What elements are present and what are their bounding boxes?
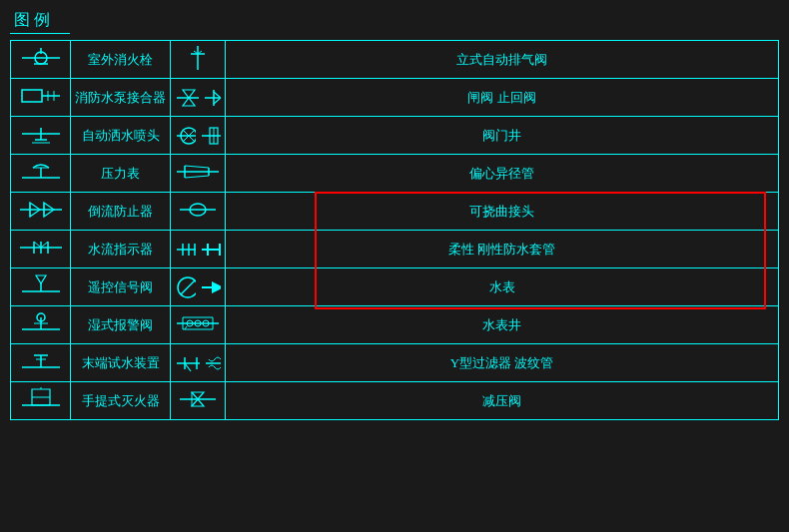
symbol-cell bbox=[11, 117, 71, 155]
table-row: 压力表 偏心异径管 bbox=[11, 155, 779, 193]
svg-line-58 bbox=[181, 280, 195, 294]
desc-cell: 闸阀 止回阀 bbox=[226, 79, 779, 117]
water-meter-arrow-icon bbox=[200, 273, 221, 301]
icon-cell bbox=[171, 344, 226, 382]
name-cell: 手提式灭火器 bbox=[71, 382, 171, 420]
name-cell: 遥控信号阀 bbox=[71, 268, 171, 306]
name-cell: 末端试水装置 bbox=[71, 344, 171, 382]
butterfly-valve-icon bbox=[200, 122, 221, 150]
pressure-gauge-icon bbox=[18, 158, 64, 186]
name-cell: 水流指示器 bbox=[71, 231, 171, 268]
desc-cell: 水表 bbox=[226, 268, 779, 306]
symbol-cell bbox=[11, 79, 71, 117]
rigid-sleeve-icon bbox=[200, 236, 221, 264]
desc-cell: 偏心异径管 bbox=[226, 155, 779, 193]
sprinkler-icon bbox=[18, 120, 64, 148]
table-row: 室外消火栓 立式自动排气阀 bbox=[11, 41, 779, 79]
main-container: 图 例 室外消火栓 bbox=[0, 0, 789, 532]
flex-sleeve-icon bbox=[175, 236, 196, 264]
symbol-cell bbox=[11, 193, 71, 231]
reducer-icon bbox=[175, 158, 221, 186]
symbol-cell bbox=[11, 268, 71, 306]
symbol-cell bbox=[11, 344, 71, 382]
desc-cell: 立式自动排气阀 bbox=[226, 41, 779, 79]
name-cell: 倒流防止器 bbox=[71, 193, 171, 231]
table-row: 湿式报警阀 bbox=[11, 306, 779, 344]
icon-cell bbox=[171, 79, 226, 117]
name-cell: 压力表 bbox=[71, 155, 171, 193]
name-cell: 室外消火栓 bbox=[71, 41, 171, 79]
desc-cell: 阀门井 bbox=[226, 117, 779, 155]
svg-marker-13 bbox=[183, 90, 195, 98]
svg-marker-14 bbox=[183, 98, 195, 106]
flex-joint-icon bbox=[178, 196, 218, 224]
desc-cell: 水表井 bbox=[226, 306, 779, 344]
icon-cell bbox=[171, 117, 226, 155]
desc-cell: Y型过滤器 波纹管 bbox=[226, 344, 779, 382]
icon-cell bbox=[171, 306, 226, 344]
icon-cell bbox=[171, 382, 226, 420]
icon-cell bbox=[171, 155, 226, 193]
svg-marker-88 bbox=[192, 392, 204, 399]
y-filter-icons bbox=[175, 349, 221, 377]
svg-marker-89 bbox=[192, 399, 204, 406]
icon-cell bbox=[171, 41, 226, 79]
backflow-preventer-icon bbox=[18, 196, 64, 224]
auto-vent-icon bbox=[183, 44, 213, 72]
y-filter-icon bbox=[175, 349, 200, 377]
symbol-cell bbox=[11, 382, 71, 420]
desc-cell: 减压阀 bbox=[226, 382, 779, 420]
desc-cell: 可挠曲接头 bbox=[226, 193, 779, 231]
outdoor-hydrant-icon bbox=[18, 44, 64, 72]
water-meter-sym-icon bbox=[175, 273, 196, 301]
table-row: 倒流防止器 可挠曲接头 bbox=[11, 193, 779, 231]
table-row: 水流指示器 bbox=[11, 231, 779, 268]
symbol-cell bbox=[11, 306, 71, 344]
pressure-reduce-icon bbox=[178, 385, 218, 413]
svg-marker-60 bbox=[212, 281, 221, 293]
water-meter-syms bbox=[175, 273, 221, 301]
symbol-cell bbox=[11, 41, 71, 79]
symbol-cell bbox=[11, 155, 71, 193]
desc-cell: 柔性 刚性防水套管 bbox=[226, 231, 779, 268]
svg-line-34 bbox=[185, 166, 209, 168]
pump-adapter-icon bbox=[18, 82, 64, 110]
name-cell: 湿式报警阀 bbox=[71, 306, 171, 344]
flow-indicator-icon bbox=[18, 234, 64, 262]
gate-check-icons bbox=[175, 84, 221, 112]
svg-rect-8 bbox=[22, 90, 42, 102]
page-title: 图 例 bbox=[10, 10, 70, 34]
gate-valve-icon bbox=[175, 84, 199, 112]
icon-cell bbox=[171, 268, 226, 306]
remote-signal-valve-icon bbox=[18, 271, 64, 299]
end-test-device-icon bbox=[18, 347, 64, 375]
table-row: 末端试水装置 bbox=[11, 344, 779, 382]
wet-alarm-valve-icon bbox=[18, 309, 64, 337]
table-row: 手提式灭火器 减压阀 bbox=[11, 382, 779, 420]
svg-line-81 bbox=[185, 363, 191, 371]
name-cell: 消防水泵接合器 bbox=[71, 79, 171, 117]
svg-line-35 bbox=[185, 176, 209, 178]
svg-marker-56 bbox=[36, 275, 46, 283]
bellows-icon bbox=[204, 349, 221, 377]
table-row: 消防水泵接合器 bbox=[11, 79, 779, 117]
table-row: 自动洒水喷头 bbox=[11, 117, 779, 155]
icon-cell bbox=[171, 193, 226, 231]
name-cell: 自动洒水喷头 bbox=[71, 117, 171, 155]
legend-table: 室外消火栓 立式自动排气阀 bbox=[10, 40, 779, 420]
water-meter-box-icon bbox=[175, 309, 221, 337]
motor-valve-icon bbox=[175, 122, 196, 150]
flex-rigid-icons bbox=[175, 236, 221, 264]
motor-butterfly-icons bbox=[175, 122, 221, 150]
icon-cell bbox=[171, 231, 226, 268]
portable-extinguisher-icon bbox=[18, 385, 64, 413]
table-row: 遥控信号阀 bbox=[11, 268, 779, 306]
symbol-cell bbox=[11, 231, 71, 268]
check-valve-icon bbox=[203, 84, 221, 112]
